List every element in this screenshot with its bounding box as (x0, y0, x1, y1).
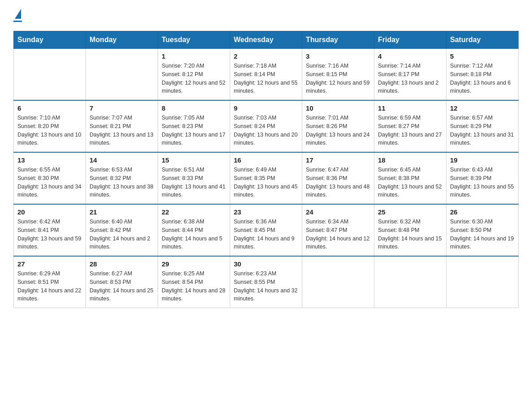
table-row (446, 256, 519, 308)
calendar-week-row: 27Sunrise: 6:29 AMSunset: 8:51 PMDayligh… (14, 256, 519, 308)
table-row: 6Sunrise: 7:10 AMSunset: 8:20 PMDaylight… (14, 100, 86, 152)
table-row: 13Sunrise: 6:55 AMSunset: 8:30 PMDayligh… (14, 152, 86, 204)
day-info: Sunrise: 6:51 AMSunset: 8:33 PMDaylight:… (162, 166, 226, 199)
day-info: Sunrise: 6:42 AMSunset: 8:41 PMDaylight:… (17, 218, 82, 251)
day-info: Sunrise: 6:40 AMSunset: 8:42 PMDaylight:… (90, 218, 154, 251)
table-row: 3Sunrise: 7:16 AMSunset: 8:15 PMDaylight… (302, 49, 374, 101)
table-row: 18Sunrise: 6:45 AMSunset: 8:38 PMDayligh… (374, 152, 446, 204)
day-number: 24 (306, 208, 370, 216)
table-row: 16Sunrise: 6:49 AMSunset: 8:35 PMDayligh… (230, 152, 302, 204)
day-number: 27 (17, 260, 82, 268)
day-info: Sunrise: 6:45 AMSunset: 8:38 PMDaylight:… (378, 166, 442, 199)
day-info: Sunrise: 7:07 AMSunset: 8:21 PMDaylight:… (90, 114, 154, 147)
day-number: 14 (90, 156, 154, 164)
day-number: 28 (90, 260, 154, 268)
table-row: 1Sunrise: 7:20 AMSunset: 8:12 PMDaylight… (158, 49, 230, 101)
table-row: 27Sunrise: 6:29 AMSunset: 8:51 PMDayligh… (14, 256, 86, 308)
table-row: 10Sunrise: 7:01 AMSunset: 8:26 PMDayligh… (302, 100, 374, 152)
calendar-week-row: 13Sunrise: 6:55 AMSunset: 8:30 PMDayligh… (14, 152, 519, 204)
day-info: Sunrise: 6:32 AMSunset: 8:48 PMDaylight:… (378, 218, 442, 251)
day-number: 8 (162, 104, 226, 112)
day-number: 9 (234, 104, 298, 112)
weekday-header-sunday: Sunday (14, 31, 86, 49)
table-row: 15Sunrise: 6:51 AMSunset: 8:33 PMDayligh… (158, 152, 230, 204)
weekday-header-wednesday: Wednesday (230, 31, 302, 49)
day-info: Sunrise: 6:59 AMSunset: 8:27 PMDaylight:… (378, 114, 442, 147)
table-row: 30Sunrise: 6:23 AMSunset: 8:55 PMDayligh… (230, 256, 302, 308)
day-number: 22 (162, 208, 226, 216)
day-number: 1 (162, 52, 226, 60)
weekday-header-thursday: Thursday (302, 31, 374, 49)
calendar-week-row: 20Sunrise: 6:42 AMSunset: 8:41 PMDayligh… (14, 204, 519, 256)
table-row: 17Sunrise: 6:47 AMSunset: 8:36 PMDayligh… (302, 152, 374, 204)
day-number: 3 (306, 52, 370, 60)
day-number: 11 (378, 104, 442, 112)
day-number: 21 (90, 208, 154, 216)
day-number: 2 (234, 52, 298, 60)
day-info: Sunrise: 6:47 AMSunset: 8:36 PMDaylight:… (306, 166, 370, 199)
table-row: 23Sunrise: 6:36 AMSunset: 8:45 PMDayligh… (230, 204, 302, 256)
day-info: Sunrise: 7:10 AMSunset: 8:20 PMDaylight:… (17, 114, 82, 147)
day-number: 4 (378, 52, 442, 60)
weekday-header-saturday: Saturday (446, 31, 519, 49)
day-info: Sunrise: 6:30 AMSunset: 8:50 PMDaylight:… (450, 218, 515, 251)
calendar-table: SundayMondayTuesdayWednesdayThursdayFrid… (13, 31, 519, 308)
table-row (14, 49, 86, 101)
day-info: Sunrise: 6:53 AMSunset: 8:32 PMDaylight:… (90, 166, 154, 199)
day-info: Sunrise: 7:12 AMSunset: 8:18 PMDaylight:… (450, 62, 515, 95)
table-row: 20Sunrise: 6:42 AMSunset: 8:41 PMDayligh… (14, 204, 86, 256)
day-info: Sunrise: 7:14 AMSunset: 8:17 PMDaylight:… (378, 62, 442, 95)
day-number: 20 (17, 208, 82, 216)
day-info: Sunrise: 6:49 AMSunset: 8:35 PMDaylight:… (234, 166, 298, 199)
day-info: Sunrise: 6:57 AMSunset: 8:29 PMDaylight:… (450, 114, 515, 147)
table-row: 9Sunrise: 7:03 AMSunset: 8:24 PMDaylight… (230, 100, 302, 152)
table-row: 29Sunrise: 6:25 AMSunset: 8:54 PMDayligh… (158, 256, 230, 308)
day-info: Sunrise: 6:23 AMSunset: 8:55 PMDaylight:… (234, 270, 298, 303)
table-row: 4Sunrise: 7:14 AMSunset: 8:17 PMDaylight… (374, 49, 446, 101)
table-row: 21Sunrise: 6:40 AMSunset: 8:42 PMDayligh… (86, 204, 158, 256)
day-number: 25 (378, 208, 442, 216)
day-info: Sunrise: 7:16 AMSunset: 8:15 PMDaylight:… (306, 62, 370, 95)
table-row: 11Sunrise: 6:59 AMSunset: 8:27 PMDayligh… (374, 100, 446, 152)
day-info: Sunrise: 6:43 AMSunset: 8:39 PMDaylight:… (450, 166, 515, 199)
day-number: 15 (162, 156, 226, 164)
day-info: Sunrise: 6:29 AMSunset: 8:51 PMDaylight:… (17, 270, 82, 303)
table-row (302, 256, 374, 308)
day-info: Sunrise: 6:55 AMSunset: 8:30 PMDaylight:… (17, 166, 82, 199)
table-row (86, 49, 158, 101)
day-info: Sunrise: 6:34 AMSunset: 8:47 PMDaylight:… (306, 218, 370, 251)
logo-underline (13, 21, 22, 22)
day-number: 6 (17, 104, 82, 112)
day-number: 16 (234, 156, 298, 164)
table-row: 28Sunrise: 6:27 AMSunset: 8:53 PMDayligh… (86, 256, 158, 308)
table-row: 26Sunrise: 6:30 AMSunset: 8:50 PMDayligh… (446, 204, 519, 256)
table-row: 12Sunrise: 6:57 AMSunset: 8:29 PMDayligh… (446, 100, 519, 152)
day-number: 29 (162, 260, 226, 268)
day-number: 10 (306, 104, 370, 112)
table-row: 24Sunrise: 6:34 AMSunset: 8:47 PMDayligh… (302, 204, 374, 256)
day-number: 13 (17, 156, 82, 164)
table-row: 25Sunrise: 6:32 AMSunset: 8:48 PMDayligh… (374, 204, 446, 256)
calendar-week-row: 1Sunrise: 7:20 AMSunset: 8:12 PMDaylight… (14, 49, 519, 101)
table-row (374, 256, 446, 308)
table-row: 7Sunrise: 7:07 AMSunset: 8:21 PMDaylight… (86, 100, 158, 152)
day-info: Sunrise: 7:05 AMSunset: 8:23 PMDaylight:… (162, 114, 226, 147)
table-row: 22Sunrise: 6:38 AMSunset: 8:44 PMDayligh… (158, 204, 230, 256)
day-number: 26 (450, 208, 515, 216)
day-number: 7 (90, 104, 154, 112)
weekday-header-row: SundayMondayTuesdayWednesdayThursdayFrid… (14, 31, 519, 49)
day-info: Sunrise: 7:01 AMSunset: 8:26 PMDaylight:… (306, 114, 370, 147)
day-number: 30 (234, 260, 298, 268)
day-info: Sunrise: 6:36 AMSunset: 8:45 PMDaylight:… (234, 218, 298, 251)
weekday-header-monday: Monday (86, 31, 158, 49)
page-header (13, 9, 519, 22)
table-row: 8Sunrise: 7:05 AMSunset: 8:23 PMDaylight… (158, 100, 230, 152)
day-number: 17 (306, 156, 370, 164)
day-info: Sunrise: 6:38 AMSunset: 8:44 PMDaylight:… (162, 218, 226, 251)
day-info: Sunrise: 6:27 AMSunset: 8:53 PMDaylight:… (90, 270, 154, 303)
day-number: 19 (450, 156, 515, 164)
day-number: 18 (378, 156, 442, 164)
day-number: 12 (450, 104, 515, 112)
day-info: Sunrise: 7:20 AMSunset: 8:12 PMDaylight:… (162, 62, 226, 95)
day-number: 23 (234, 208, 298, 216)
